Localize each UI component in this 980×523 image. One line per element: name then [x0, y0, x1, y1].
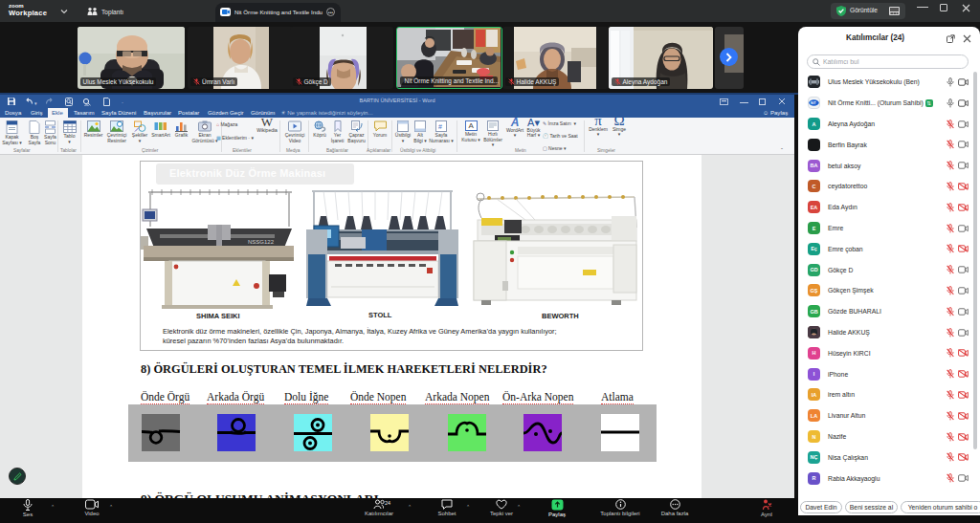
- svg-text:NiT: NiT: [811, 101, 816, 105]
- svg-text:A: A: [468, 121, 474, 130]
- svg-text:#: #: [438, 123, 442, 130]
- svg-text:NSSG122: NSSG122: [248, 239, 275, 245]
